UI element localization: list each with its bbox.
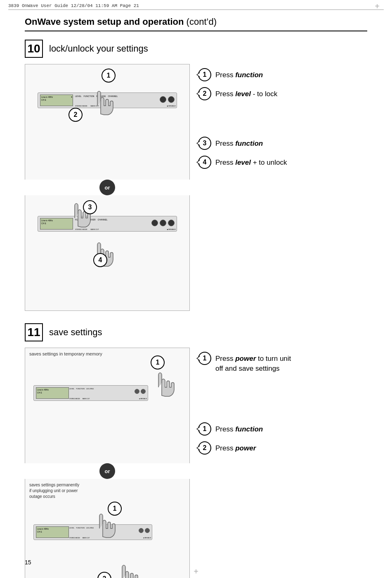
section-11-device-bottom: saves settings permanentlyif unplugging …	[25, 479, 190, 578]
instruction-text-10-4: Press level + to unlock	[215, 156, 287, 168]
instruction-text-11-3: Press power	[215, 441, 256, 453]
page-number: 15	[25, 559, 31, 566]
instruction-text-10-3: Press function	[215, 137, 263, 149]
device-screen-top: Line-in 48HzCH E ■	[40, 95, 73, 106]
device-button-2	[168, 96, 175, 103]
instruction-text-10-2: Press level - to lock	[215, 87, 277, 99]
section-11: 11 save settings saves settings in tempo…	[25, 323, 367, 578]
header-bar: 3839 OnWave User Guide 12/28/04 11:59 AM…	[8, 3, 384, 10]
instruction-text-11-2: Press function	[215, 422, 263, 434]
instruction-10-2: 2 Press level - to lock	[198, 87, 367, 100]
instruction-bubble-10-4: 4	[198, 156, 211, 169]
instruction-10-3: 3 Press function	[198, 137, 367, 150]
step-circle-3: 3	[83, 200, 97, 214]
section-11-instructions: 1 Press power to turn unitoff and save s…	[198, 348, 367, 455]
instruction-bubble-10-2: 2	[198, 87, 211, 100]
hand-icon-1	[85, 85, 118, 118]
page-title: OnWave system setup and operation (cont’…	[25, 17, 367, 31]
step-circle-11-1: 1	[151, 355, 165, 370]
section-10-header: 10 lock/unlock your settings	[25, 40, 367, 58]
section-11-body: saves settings in temporary memory 1 Lin…	[25, 348, 367, 578]
instruction-11-2: 1 Press function	[198, 422, 367, 436]
section-10-title: lock/unlock your settings	[49, 43, 148, 54]
step-circle-11-1b: 1	[108, 502, 122, 516]
crosshair-bottom-center: +	[194, 567, 198, 576]
hand-icon-11-1	[148, 369, 177, 398]
spacer-11	[198, 379, 367, 417]
page-title-bold: OnWave system setup and operation	[25, 17, 184, 27]
instruction-bubble-10-3: 3	[198, 137, 211, 150]
main-content: OnWave system setup and operation (cont’…	[25, 17, 367, 578]
instruction-text-10-1: Press function	[215, 68, 263, 80]
section-10: 10 lock/unlock your settings 1 2	[25, 40, 367, 311]
device-button-4	[160, 220, 166, 226]
section-10-body: 1 2 Line-in 48HzCH E ■	[25, 64, 367, 311]
instruction-bubble-11-3: 2	[198, 441, 211, 455]
instruction-11-1: 1 Press power to turn unitoff and save s…	[198, 352, 367, 374]
spacer-10	[198, 106, 367, 131]
device-buttons-bottom	[151, 220, 175, 226]
section-10-device-bottom: 3 Line-in 48HzCH E FUNCTION DRIVER CHANN…	[25, 195, 190, 311]
section-11-temp-label: saves settings in temporary memory	[29, 351, 102, 356]
section-10-device-top: 1 2 Line-in 48HzCH E ■	[25, 64, 190, 180]
step-circle-4: 4	[93, 253, 107, 267]
page-title-normal: (cont’d)	[184, 17, 217, 27]
device-button-1	[160, 96, 166, 103]
step-circle-11-2: 2	[97, 572, 111, 578]
section-11-title: save settings	[49, 327, 102, 338]
section-10-number: 10	[25, 40, 43, 58]
section-11-or-divider: or	[25, 463, 190, 479]
device-screen-11-top: Line-in 48HzCH E	[36, 387, 69, 399]
section-11-number: 11	[25, 323, 43, 341]
crosshair-top-right: +	[375, 2, 380, 11]
device-panel-bottom-top: Line-in 48HzCH E FUNCTION DRIVER CHANNEL	[38, 216, 177, 232]
device-button-3	[151, 220, 158, 226]
instruction-10-4: 4 Press level + to unlock	[198, 156, 367, 169]
instruction-bubble-11-2: 1	[198, 422, 211, 436]
or-label-11: or	[99, 463, 115, 479]
instruction-text-11-1: Press power to turn unitoff and save set…	[215, 352, 291, 374]
section-11-device-top: saves settings in temporary memory 1 Lin…	[25, 348, 190, 463]
device-screen-11-bottom: Line-in 48HzCH E	[36, 526, 69, 538]
section-10-or-divider: or	[25, 180, 190, 195]
instruction-bubble-10-1: 1	[198, 68, 211, 81]
hand-icon-11-3	[112, 561, 141, 578]
section-11-header: 11 save settings	[25, 323, 367, 341]
instruction-11-3: 2 Press power	[198, 441, 367, 455]
device-button-5	[168, 220, 175, 226]
or-label-10: or	[99, 180, 115, 195]
section-11-perm-label: saves settings permanentlyif unplugging …	[29, 482, 79, 500]
step-circle-2: 2	[68, 108, 83, 122]
device-panel-11-top: Line-in 48HzCH E LEVEL FUNCTION LEG-RNG	[33, 385, 148, 401]
instruction-10-1: 1 Press function	[198, 68, 367, 81]
device-buttons-top	[160, 96, 175, 103]
header-text: 3839 OnWave User Guide 12/28/04 11:59 AM…	[8, 3, 139, 8]
step-circle-1-top: 1	[102, 69, 116, 83]
section-10-instructions: 1 Press function 2 Press level - to lock…	[198, 64, 367, 169]
instruction-bubble-11-1: 1	[198, 352, 211, 365]
